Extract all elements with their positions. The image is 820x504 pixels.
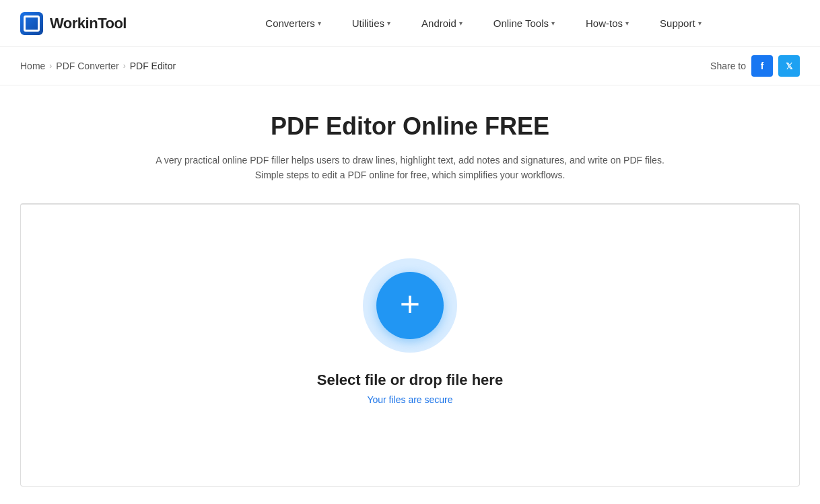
facebook-icon: f xyxy=(761,61,764,71)
nav-android[interactable]: Android ▾ xyxy=(409,12,475,34)
logo-link[interactable]: WorkinTool xyxy=(20,12,127,35)
upload-label: Select file or drop file here xyxy=(317,371,503,389)
twitter-icon: 𝕏 xyxy=(786,61,792,71)
breadcrumb-current: PDF Editor xyxy=(130,61,176,71)
nav-online-tools[interactable]: Online Tools ▾ xyxy=(481,12,567,34)
logo-icon xyxy=(20,12,43,35)
chevron-down-icon: ▾ xyxy=(551,20,555,27)
upload-button-inner: + xyxy=(376,272,444,339)
breadcrumb-pdf-converter[interactable]: PDF Converter xyxy=(56,61,118,71)
chevron-down-icon: ▾ xyxy=(318,20,321,27)
logo-text: WorkinTool xyxy=(50,15,127,32)
nav-how-tos[interactable]: How-tos ▾ xyxy=(574,12,641,34)
page-description: A very practical online PDF filler helps… xyxy=(141,153,679,183)
breadcrumb-sep-2: › xyxy=(123,61,126,71)
nav-converters[interactable]: Converters ▾ xyxy=(253,12,333,34)
breadcrumb-home[interactable]: Home xyxy=(20,61,45,71)
main-content: PDF Editor Online FREE A very practical … xyxy=(0,85,820,504)
chevron-down-icon: ▾ xyxy=(698,20,702,27)
chevron-down-icon: ▾ xyxy=(387,20,390,27)
chevron-down-icon: ▾ xyxy=(459,20,463,27)
chevron-down-icon: ▾ xyxy=(625,20,629,27)
breadcrumb-bar: Home › PDF Converter › PDF Editor Share … xyxy=(0,47,820,85)
upload-area[interactable]: + Select file or drop file here Your fil… xyxy=(20,203,800,487)
plus-icon: + xyxy=(400,287,420,322)
share-twitter-button[interactable]: 𝕏 xyxy=(778,55,800,77)
page-title: PDF Editor Online FREE xyxy=(20,112,800,141)
main-nav: Converters ▾ Utilities ▾ Android ▾ Onlin… xyxy=(167,12,800,34)
share-area: Share to f 𝕏 xyxy=(710,55,800,77)
upload-secure-text: Your files are secure xyxy=(367,394,452,405)
nav-utilities[interactable]: Utilities ▾ xyxy=(340,12,403,34)
breadcrumb: Home › PDF Converter › PDF Editor xyxy=(20,61,176,71)
share-label: Share to xyxy=(710,61,746,71)
header: WorkinTool Converters ▾ Utilities ▾ Andr… xyxy=(0,0,820,47)
nav-support[interactable]: Support ▾ xyxy=(648,12,714,34)
share-facebook-button[interactable]: f xyxy=(751,55,773,77)
upload-button-outer: + xyxy=(363,258,457,353)
breadcrumb-sep-1: › xyxy=(49,61,52,71)
